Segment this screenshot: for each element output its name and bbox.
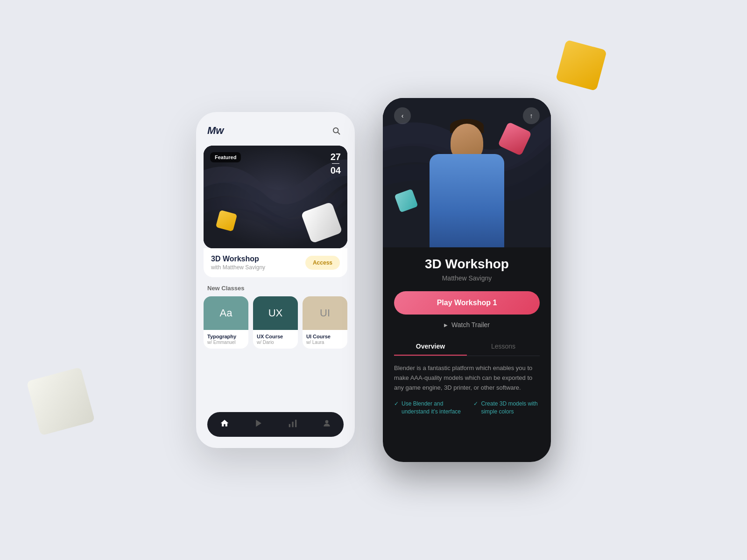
timer-display: 27 04: [331, 151, 341, 176]
timer-month: 04: [331, 165, 341, 176]
class-thumb-ui: UI: [303, 296, 347, 330]
svg-rect-6: [295, 420, 296, 427]
class-author-ux: w/ Dario: [257, 340, 294, 345]
featured-details: 3D Workshop with Matthew Savigny: [211, 255, 265, 271]
svg-point-7: [325, 420, 328, 423]
nav-chart-icon[interactable]: [282, 417, 303, 432]
person-body: [430, 154, 504, 247]
timer-day: 27: [331, 151, 341, 162]
class-thumb-typography: Aa: [204, 296, 248, 330]
deco-cube-yellow: [556, 40, 607, 91]
workshop-title: 3D Workshop: [394, 257, 540, 272]
class-card-ux[interactable]: UX UX Course w/ Dario: [253, 296, 298, 349]
dark-content: 3D Workshop Matthew Savigny Play Worksho…: [383, 247, 551, 462]
svg-marker-3: [256, 420, 261, 427]
featured-card-bg: Featured 27 04: [204, 146, 347, 248]
timer-divider: [332, 163, 339, 164]
class-name-ui: UI Course: [306, 334, 344, 339]
access-button[interactable]: Access: [305, 256, 340, 270]
phone-light-header: Mw: [196, 123, 355, 146]
phones-container: Mw: [196, 98, 551, 462]
class-thumb-ux: UX: [253, 296, 298, 330]
features-grid: ✓ Use Blender and understand it's interf…: [394, 400, 540, 416]
nav-play-icon[interactable]: [248, 417, 269, 432]
class-info-ui: UI Course w/ Laura: [303, 330, 347, 349]
tab-lessons[interactable]: Lessons: [467, 338, 540, 356]
nav-home-icon[interactable]: [214, 417, 235, 432]
play-trailer-icon: ▶: [444, 322, 448, 328]
deco-cube-white: [27, 367, 95, 436]
feature-item-1: ✓ Use Blender and understand it's interf…: [394, 400, 468, 416]
class-author-typography: w/ Emmanuel: [207, 340, 245, 345]
tabs-row: Overview Lessons: [394, 338, 540, 356]
watch-trailer-label: Watch Trailer: [451, 321, 490, 329]
class-author-ui: w/ Laura: [306, 340, 344, 345]
hero-image: ‹ ↑: [383, 98, 551, 247]
svg-line-1: [338, 132, 339, 134]
dark-header: ‹ ↑: [383, 98, 551, 124]
class-info-ux: UX Course w/ Dario: [253, 330, 298, 349]
watch-trailer-button[interactable]: ▶ Watch Trailer: [394, 321, 540, 329]
tab-overview[interactable]: Overview: [394, 338, 467, 356]
nav-user-icon[interactable]: [317, 417, 337, 432]
workshop-author: Matthew Savigny: [394, 274, 540, 282]
check-icon-2: ✓: [473, 400, 478, 407]
back-button[interactable]: ‹: [394, 107, 411, 124]
overview-text: Blender is a fantastic platform which en…: [394, 364, 540, 392]
class-name-ux: UX Course: [257, 334, 294, 339]
class-card-ui[interactable]: UI UI Course w/ Laura: [303, 296, 347, 349]
svg-rect-5: [292, 422, 293, 427]
feature-text-2: Create 3D models with simple colors: [481, 400, 540, 416]
play-workshop-button[interactable]: Play Workshop 1: [394, 291, 540, 315]
app-logo: Mw: [207, 125, 224, 137]
featured-title: 3D Workshop: [211, 255, 265, 263]
feature-item-2: ✓ Create 3D models with simple colors: [473, 400, 540, 416]
classes-grid: Aa Typography w/ Emmanuel UX UX Course w…: [196, 296, 355, 349]
svg-rect-4: [289, 424, 290, 427]
class-card-typography[interactable]: Aa Typography w/ Emmanuel: [204, 296, 248, 349]
check-icon-1: ✓: [394, 400, 399, 407]
feature-text-1: Use Blender and understand it's interfac…: [402, 400, 468, 416]
search-button[interactable]: [329, 123, 344, 138]
featured-subtitle: with Matthew Savigny: [211, 264, 265, 271]
class-name-typography: Typography: [207, 334, 245, 339]
phone-dark: ‹ ↑ 3D Workshop Matthew Savigny Play Wor…: [383, 98, 551, 462]
class-info-typography: Typography w/ Emmanuel: [204, 330, 248, 349]
bottom-nav: [207, 412, 344, 437]
phone-light: Mw: [196, 112, 355, 448]
featured-card[interactable]: Featured 27 04: [204, 146, 347, 248]
featured-badge: Featured: [210, 152, 241, 162]
section-label: New Classes: [196, 277, 355, 296]
share-button[interactable]: ↑: [523, 107, 540, 124]
featured-info: 3D Workshop with Matthew Savigny Access: [204, 248, 347, 277]
